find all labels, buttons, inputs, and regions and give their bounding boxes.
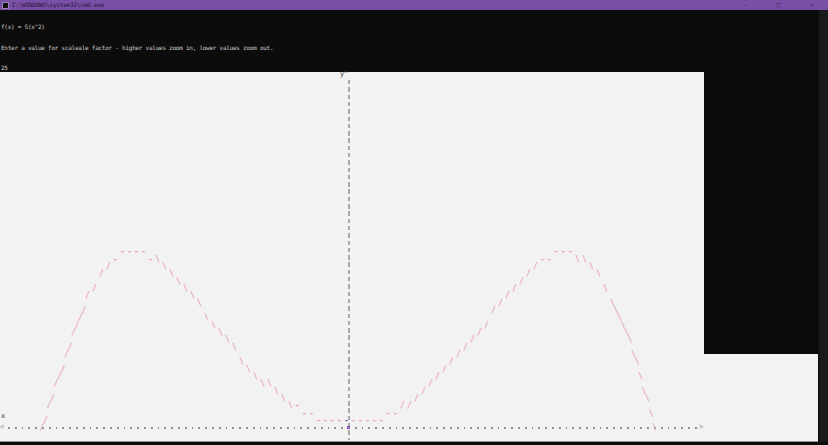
plot-area <box>0 72 704 442</box>
cmd-window: C:\WINDOWS\system32\cmd.exe – □ ✕ f(x) =… <box>0 0 828 445</box>
console-output: f(x) = S(x^2) Enter a value for scaleale… <box>1 10 701 72</box>
scrollbar[interactable] <box>819 10 828 442</box>
minimize-button[interactable]: – <box>729 0 762 10</box>
cmd-icon <box>3 3 8 8</box>
maximize-button[interactable]: □ <box>762 0 795 10</box>
plot-area-extension <box>704 354 818 442</box>
window-title: C:\WINDOWS\system32\cmd.exe <box>12 0 104 10</box>
close-button[interactable]: ✕ <box>795 0 828 10</box>
titlebar[interactable]: C:\WINDOWS\system32\cmd.exe – □ ✕ <box>0 0 828 10</box>
window-controls: – □ ✕ <box>729 0 828 10</box>
window-bottom-border <box>0 441 818 442</box>
console-line-function: f(x) = S(x^2) <box>1 24 701 31</box>
console-line-prompt: Enter a value for scaleale factor - high… <box>1 45 701 52</box>
